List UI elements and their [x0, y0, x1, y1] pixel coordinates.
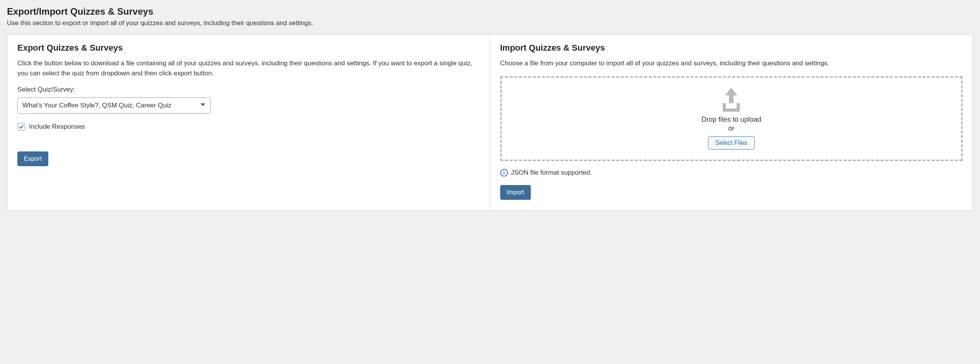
drop-or-text: or [510, 124, 954, 133]
page-description: Use this section to export or import all… [7, 19, 973, 27]
info-icon: i [500, 169, 508, 177]
export-import-panel: Export Quizzes & Surveys Click the butto… [7, 34, 973, 211]
drop-files-text: Drop files to upload [510, 116, 954, 124]
upload-icon [720, 88, 742, 112]
file-format-text: JSON file format supported. [511, 169, 592, 177]
include-responses-row: Include Responses [17, 123, 480, 131]
import-description: Choose a file from your computer to impo… [500, 58, 963, 68]
export-description: Click the button below to download a fil… [17, 58, 480, 78]
page-title: Export/Import Quizzes & Surveys [7, 6, 973, 17]
include-responses-label: Include Responses [29, 123, 85, 131]
file-format-info: i JSON file format supported. [500, 169, 963, 177]
export-column: Export Quizzes & Surveys Click the butto… [7, 34, 490, 211]
export-button[interactable]: Export [17, 151, 48, 166]
quiz-select-dropdown[interactable]: What's Your Coffee Style?, QSM Quiz, Car… [17, 97, 211, 114]
import-column: Import Quizzes & Surveys Choose a file f… [490, 34, 973, 211]
select-files-button[interactable]: Select Files [708, 136, 755, 150]
export-title: Export Quizzes & Surveys [17, 43, 480, 53]
import-title: Import Quizzes & Surveys [500, 43, 963, 53]
select-quiz-label: Select Quiz/Survey: [17, 86, 480, 94]
caret-down-icon [200, 102, 206, 109]
file-dropzone[interactable]: Drop files to upload or Select Files [500, 76, 963, 161]
include-responses-checkbox[interactable] [17, 123, 25, 131]
quiz-select-value: What's Your Coffee Style?, QSM Quiz, Car… [22, 102, 172, 109]
import-button[interactable]: Import [500, 185, 531, 200]
